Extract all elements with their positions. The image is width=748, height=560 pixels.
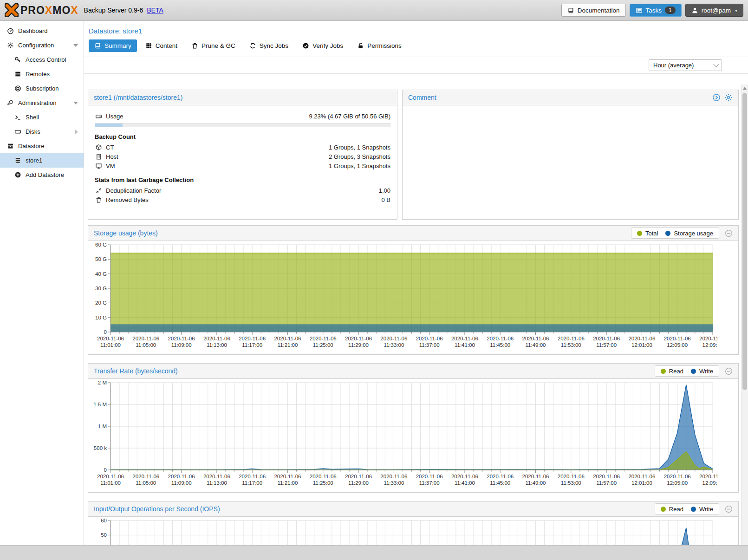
svg-text:2020-11-06: 2020-11-06	[274, 474, 301, 479]
beta-link[interactable]: BETA	[147, 7, 163, 14]
svg-text:11:29:00: 11:29:00	[348, 342, 369, 348]
cube-icon	[95, 144, 103, 151]
sidebar-item-remotes[interactable]: Remotes	[0, 67, 84, 81]
storage-usage-chart: 010 G20 G30 G40 G50 G60 G2020-11-0611:01…	[89, 242, 717, 352]
svg-text:2020-11-06: 2020-11-06	[345, 474, 372, 479]
usage-progress-fill	[95, 124, 123, 127]
stat-row-vm: VM1 Groups, 1 Snapshots	[95, 161, 390, 170]
svg-text:2020-11-06: 2020-11-06	[310, 336, 337, 341]
svg-text:1.5 M: 1.5 M	[93, 402, 107, 407]
sidebar-item-add-datastore[interactable]: Add Datastore	[0, 168, 84, 182]
tab-permissions[interactable]: Permissions	[351, 39, 407, 52]
iops-chart-title: Input/Output Operations per Second (IOPS…	[94, 505, 220, 513]
stat-row-ct: CT1 Groups, 1 Snapshots	[95, 143, 390, 152]
tab-summary[interactable]: Summary	[89, 39, 137, 52]
proxmox-x-logo-icon	[5, 3, 19, 17]
svg-text:2020-11-06: 2020-11-06	[487, 336, 514, 341]
svg-text:2020-11-06: 2020-11-06	[239, 474, 266, 479]
legend-item-storage-usage[interactable]: Storage usage	[665, 230, 713, 237]
wrench-icon	[6, 99, 14, 106]
stat-row-host: Host2 Groups, 3 Snapshots	[95, 152, 390, 161]
usage-progress-bar	[95, 123, 390, 127]
svg-text:0: 0	[104, 467, 107, 473]
legend-dot	[661, 507, 666, 512]
svg-text:2020-11-06: 2020-11-06	[345, 336, 372, 341]
svg-text:11:33:00: 11:33:00	[384, 342, 404, 348]
svg-text:11:25:00: 11:25:00	[313, 480, 333, 486]
svg-text:2 M: 2 M	[98, 380, 107, 385]
svg-text:2020-11-06: 2020-11-06	[699, 336, 717, 341]
stat-row-removed-bytes: Removed Bytes0 B	[95, 195, 390, 204]
usage-value: 9.23% (4.67 GiB of 50.56 GiB)	[309, 113, 390, 120]
collapse-icon[interactable]	[725, 229, 733, 237]
legend-item-read[interactable]: Read	[661, 506, 683, 513]
summary-scroll-area: store1 (/mnt/datastores/store1) Usage 9.…	[84, 85, 741, 560]
tab-sync-jobs[interactable]: Sync Jobs	[244, 39, 294, 52]
gears-icon	[6, 42, 14, 49]
caret-right-icon[interactable]	[75, 130, 78, 134]
legend-item-read[interactable]: Read	[661, 368, 683, 375]
svg-text:2020-11-06: 2020-11-06	[522, 474, 549, 479]
svg-text:11:09:00: 11:09:00	[171, 480, 192, 486]
legend-dot	[661, 369, 666, 374]
proxmox-logo[interactable]: PROXMOX	[5, 3, 78, 17]
sidebar-item-configuration[interactable]: Configuration	[0, 38, 84, 52]
tab-prune-gc[interactable]: Prune & GC	[186, 39, 241, 52]
svg-text:0: 0	[104, 329, 107, 335]
svg-text:11:53:00: 11:53:00	[561, 342, 581, 348]
tab-content[interactable]: Content	[140, 39, 183, 52]
svg-text:2020-11-06: 2020-11-06	[451, 474, 478, 479]
sync-icon	[249, 42, 256, 49]
svg-text:12:01:00: 12:01:00	[631, 480, 652, 486]
tasks-button[interactable]: Tasks 1	[630, 4, 682, 17]
storage-chart-legend: TotalStorage usage	[631, 228, 719, 239]
storage-chart-title: Storage usage (bytes)	[94, 229, 158, 237]
svg-text:2020-11-06: 2020-11-06	[664, 336, 691, 341]
scrollbar-up-arrow[interactable]	[741, 85, 748, 92]
sidebar-item-store1[interactable]: store1	[0, 153, 84, 168]
legend-item-write[interactable]: Write	[691, 506, 713, 513]
sidebar-item-datastore[interactable]: Datastore	[0, 139, 84, 153]
scrollbar-thumb[interactable]	[742, 93, 747, 390]
collapse-icon[interactable]	[725, 367, 733, 375]
transfer-rate-panel: Transfer Rate (bytes/second) ReadWrite 0…	[88, 363, 739, 493]
sidebar-item-access-control[interactable]: Access Control	[0, 52, 84, 67]
toolbar: Hour (average)	[84, 57, 748, 74]
sidebar-item-subscription[interactable]: Subscription	[0, 81, 84, 96]
unlock-icon	[357, 42, 364, 49]
svg-text:11:37:00: 11:37:00	[419, 480, 440, 486]
building-icon	[95, 153, 103, 160]
svg-text:10 G: 10 G	[95, 315, 107, 320]
collapse-icon[interactable]	[725, 505, 733, 513]
svg-text:60: 60	[101, 518, 107, 523]
legend-item-write[interactable]: Write	[691, 368, 713, 375]
svg-text:11:05:00: 11:05:00	[136, 342, 156, 348]
sidebar-item-dashboard[interactable]: Dashboard	[0, 24, 84, 38]
caret-down-icon[interactable]	[73, 44, 78, 47]
sidebar-item-shell[interactable]: Shell	[0, 110, 84, 124]
tab-verify-jobs[interactable]: Verify Jobs	[297, 39, 349, 52]
svg-text:12:09:00: 12:09:00	[702, 342, 717, 348]
documentation-button[interactable]: Documentation	[561, 4, 626, 17]
tasks-list-icon	[636, 7, 643, 14]
book-icon	[94, 42, 101, 49]
caret-down-icon[interactable]	[73, 102, 78, 104]
svg-text:2020-11-06: 2020-11-06	[558, 474, 585, 479]
sidebar-item-disks[interactable]: Disks	[0, 124, 84, 139]
gear-icon[interactable]	[724, 93, 733, 102]
time-range-select[interactable]: Hour (average)	[649, 59, 722, 71]
sidebar-item-administration[interactable]: Administration	[0, 96, 84, 110]
proxmox-backup-app: PROXMOX Backup Server 0.9-6 BETA Documen…	[0, 0, 748, 560]
user-menu-button[interactable]: root@pam ▾	[685, 4, 743, 17]
legend-dot	[691, 507, 696, 512]
svg-text:2020-11-06: 2020-11-06	[628, 474, 655, 479]
svg-text:50 G: 50 G	[95, 256, 107, 262]
svg-text:2020-11-06: 2020-11-06	[97, 336, 124, 341]
svg-text:11:01:00: 11:01:00	[100, 342, 121, 348]
key-icon	[13, 56, 22, 63]
main-content: Datastore: store1 SummaryContentPrune & …	[84, 21, 748, 560]
submit-comment-icon[interactable]	[712, 93, 721, 102]
legend-item-total[interactable]: Total	[637, 230, 658, 237]
archive-icon	[6, 143, 14, 150]
svg-text:11:09:00: 11:09:00	[171, 342, 192, 348]
